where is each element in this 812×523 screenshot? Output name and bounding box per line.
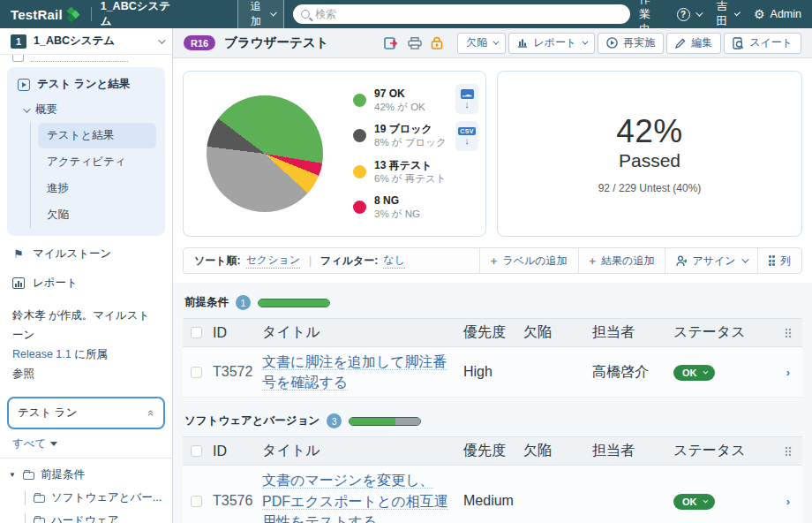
- status-badge[interactable]: OK: [673, 494, 715, 510]
- tree-item[interactable]: ソフトウェアとバー...: [0, 487, 172, 510]
- chart-image-icon: [461, 89, 474, 99]
- columns-icon: [769, 255, 776, 266]
- select-all-checkbox[interactable]: [191, 445, 202, 457]
- sidebar-subitem-1[interactable]: アクティビティ: [38, 149, 156, 175]
- brand-name: TestRail: [11, 7, 63, 22]
- filter-value-link[interactable]: なし: [383, 253, 405, 269]
- overview-label: 概要: [35, 102, 57, 117]
- filter-all-dropdown[interactable]: すべて: [0, 429, 172, 459]
- test-title-link[interactable]: 文書に脚注を追加して脚注番号を確認する: [262, 354, 447, 390]
- pie-chart-card: 97 OK42% が OK19 ブロック8% が ブロック13 再テスト6% が…: [183, 71, 486, 237]
- download-csv-button[interactable]: CSV ↓: [455, 121, 478, 151]
- test-runs-icon: [18, 79, 30, 91]
- legend-dot: [353, 94, 366, 107]
- pencil-icon: [675, 38, 686, 49]
- section-count-badge: 1: [236, 295, 251, 310]
- search-box[interactable]: [293, 4, 630, 24]
- section-count-badge: 3: [327, 413, 342, 428]
- download-chart-button[interactable]: ↓: [455, 84, 478, 114]
- user-menu[interactable]: 吉田: [717, 0, 739, 29]
- assign-button[interactable]: アサイン: [665, 248, 756, 273]
- milestone-link[interactable]: Release 1.1: [12, 348, 71, 360]
- legend-item: 8 NG3% が NG: [353, 194, 447, 220]
- section-title: ソフトウェアとバージョン: [184, 413, 320, 428]
- sidebar-item-reports[interactable]: レポート: [0, 269, 172, 298]
- assign-person-icon: [676, 255, 687, 267]
- print-icon[interactable]: [408, 37, 422, 49]
- overview-children: テストと結果アクティビティ進捗欠陥: [30, 123, 162, 228]
- reference-link[interactable]: 参照: [12, 368, 34, 380]
- row-open-chevron[interactable]: ›: [786, 495, 790, 508]
- sort-value-link[interactable]: セクション: [246, 253, 300, 269]
- search-input[interactable]: [315, 8, 622, 20]
- untested-summary: 92 / 229 Untest (40%): [598, 182, 702, 194]
- testrail-logo-icon: [68, 7, 82, 21]
- chevron-down-icon: [270, 10, 277, 17]
- sidebar-subitem-3[interactable]: 欠陥: [38, 202, 156, 228]
- brand[interactable]: TestRail: [11, 7, 82, 22]
- suite-doc-icon: [733, 37, 744, 49]
- test-title-link[interactable]: 文書のマージンを変更し、PDFエクスポートとの相互運用性をテストする: [262, 473, 448, 523]
- sidebar-subitem-0[interactable]: テストと結果: [38, 123, 156, 148]
- edit-button[interactable]: 編集: [666, 33, 721, 54]
- sections-area: 前提条件1IDタイトル優先度欠陥担当者ステータスT3572文書に脚注を追加して脚…: [173, 283, 812, 523]
- plus-icon: +: [491, 254, 498, 268]
- table-header-row: IDタイトル優先度欠陥担当者ステータス: [183, 436, 802, 466]
- lock-icon[interactable]: [431, 36, 443, 49]
- row-checkbox[interactable]: [191, 496, 202, 507]
- add-label-button[interactable]: + ラベルの追加: [479, 248, 578, 273]
- meta-created: 鈴木孝 が作成。マイルストーン: [12, 309, 149, 341]
- list-toolbar: ソート順: セクション | フィルター: なし + ラベルの追加 + 結果の追加: [183, 247, 802, 274]
- project-selector[interactable]: 1 1_ABCシステム: [0, 28, 172, 55]
- sort-filter-bar: ソート順: セクション | フィルター: なし: [184, 253, 479, 269]
- chevron-down-icon: [583, 39, 589, 45]
- table-row[interactable]: T3572文書に脚注を追加して脚注番号を確認するHigh高橋啓介OK›: [183, 347, 802, 398]
- sidebar-item-overview[interactable]: 概要: [11, 98, 162, 122]
- add-result-button[interactable]: + 結果の追加: [578, 248, 665, 273]
- topbar-project-name[interactable]: 1_ABCシステム: [101, 0, 172, 29]
- row-checkbox[interactable]: [191, 367, 202, 378]
- filter-all-label: すべて: [12, 436, 46, 451]
- rerun-button[interactable]: 再実施: [598, 33, 664, 54]
- sort-label: ソート順:: [194, 254, 241, 269]
- page-header: R16 ブラウザーテスト 欠陥 レポート: [173, 28, 812, 58]
- caret-down-icon: [50, 442, 57, 446]
- gear-icon: ⚙: [754, 8, 765, 20]
- status-badge[interactable]: OK: [673, 365, 715, 381]
- edit-label: 編集: [691, 35, 712, 50]
- admin-menu[interactable]: ⚙ Admin: [754, 8, 801, 20]
- search-icon: [301, 10, 310, 19]
- column-settings-icon[interactable]: [784, 446, 793, 457]
- pie-legend: 97 OK42% が OK19 ブロック8% が ブロック13 再テスト6% が…: [353, 87, 447, 221]
- plus-icon: +: [590, 254, 597, 268]
- select-all-checkbox[interactable]: [191, 327, 202, 338]
- export-icon[interactable]: [384, 37, 399, 49]
- collapse-icon[interactable]: «: [145, 409, 158, 415]
- defects-label: 欠陥: [466, 35, 487, 50]
- row-open-chevron[interactable]: ›: [786, 366, 790, 379]
- defects-button[interactable]: 欠陥: [457, 33, 506, 54]
- test-run-panel-header[interactable]: テスト ラン «: [7, 397, 165, 429]
- tree-item[interactable]: ▼前提条件: [0, 464, 172, 487]
- report-chart-icon: [517, 38, 528, 48]
- flag-icon: ⚑: [12, 247, 25, 261]
- section-1: ソフトウェアとバージョン3IDタイトル優先度欠陥担当者ステータスT3576文書の…: [183, 413, 802, 523]
- expand-arrow-icon[interactable]: ▼: [9, 471, 17, 479]
- bar-chart-icon: [12, 277, 25, 289]
- columns-button[interactable]: 列: [757, 248, 802, 273]
- tree-item[interactable]: ハードウェア: [0, 510, 172, 523]
- summary-card: 42% Passed 92 / 229 Untest (40%): [497, 71, 802, 237]
- legend-item: 97 OK42% が OK: [353, 87, 447, 113]
- sidebar-item-test-runs[interactable]: テスト ランと結果: [11, 71, 162, 98]
- suite-button[interactable]: スイート: [724, 33, 801, 54]
- add-button-label: 追加: [247, 0, 265, 29]
- help-menu[interactable]: ?: [677, 8, 701, 21]
- sidebar-subitem-2[interactable]: 進捗: [38, 176, 156, 201]
- chevron-down-icon: [734, 10, 741, 16]
- sidebar-item-milestones[interactable]: ⚑ マイルストーン: [0, 239, 172, 269]
- table-row[interactable]: T3576文書のマージンを変更し、PDFエクスポートとの相互運用性をテストするM…: [183, 466, 802, 523]
- csv-icon: CSV: [458, 127, 475, 135]
- report-button[interactable]: レポート: [508, 33, 595, 54]
- run-meta: 鈴木孝 が作成。マイルストーン Release 1.1 に所属 参照: [0, 298, 172, 390]
- column-settings-icon[interactable]: [784, 328, 793, 338]
